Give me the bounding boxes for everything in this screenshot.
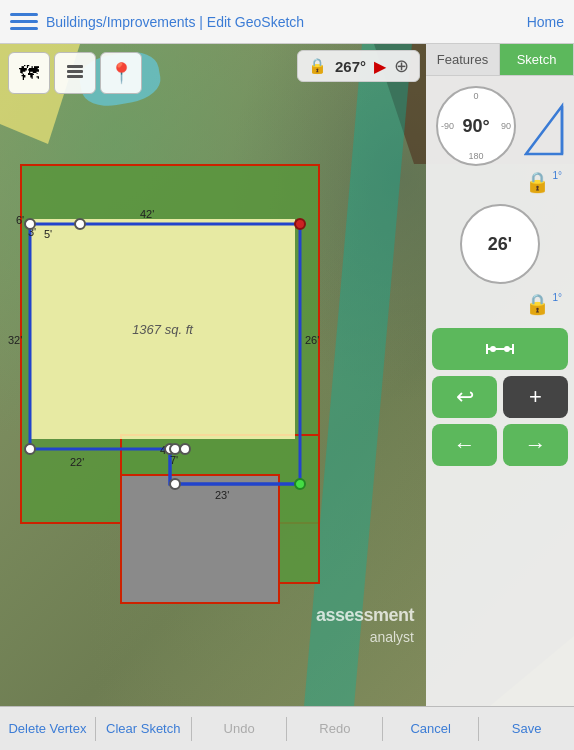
add-point-button[interactable]: + xyxy=(503,376,568,418)
vertex-bottom-right-green[interactable] xyxy=(294,478,306,490)
meas-corner-4: 7' xyxy=(170,454,178,466)
crosshair-icon: ⊕ xyxy=(394,55,409,77)
action-buttons: ↩ + ← → xyxy=(426,322,574,472)
arrow-right-button[interactable]: → xyxy=(503,424,568,466)
expand-button[interactable] xyxy=(432,328,568,370)
lock-icon: 🔒 xyxy=(308,57,327,75)
distance-lock-unit: 1° xyxy=(552,292,562,316)
angle-compass-section: 0 180 -90 90 90° xyxy=(426,76,574,170)
tick-top: 0 xyxy=(473,91,478,101)
menu-icon[interactable] xyxy=(10,8,38,36)
angle-compass[interactable]: 0 180 -90 90 90° xyxy=(436,86,516,166)
rotate-plus-row: ↩ + xyxy=(432,376,568,418)
expand-row xyxy=(432,328,568,370)
watermark: assessment analyst xyxy=(316,604,414,646)
vertex-top-mid[interactable] xyxy=(74,218,86,230)
meas-corner-2: 5' xyxy=(44,228,52,240)
save-button[interactable]: Save xyxy=(479,717,574,740)
vertex-top-left[interactable] xyxy=(24,218,36,230)
map-icon-bar: 🗺 📍 xyxy=(0,44,150,102)
watermark-line1: assessment xyxy=(316,604,414,627)
angle-lock-icon[interactable]: 🔒 xyxy=(525,170,550,194)
distance-value: 26' xyxy=(488,234,512,255)
tab-sketch[interactable]: Sketch xyxy=(500,44,574,75)
undo-button[interactable]: Undo xyxy=(192,717,287,740)
meas-right: 26' xyxy=(305,334,319,346)
meas-bottom-left: 22' xyxy=(70,456,84,468)
meas-top: 42' xyxy=(140,208,154,220)
panel-tabs: Features Sketch xyxy=(426,44,574,76)
tab-features[interactable]: Features xyxy=(426,44,500,75)
meas-left: 32' xyxy=(8,334,22,346)
distance-lock-row: 🔒 1° xyxy=(426,292,574,322)
meas-top-left-short: 6' xyxy=(16,214,24,226)
nav-title: Buildings/Improvements | Edit GeoSketch xyxy=(46,14,527,30)
tick-bottom: 180 xyxy=(468,151,483,161)
top-navigation: Buildings/Improvements | Edit GeoSketch … xyxy=(0,0,574,44)
svg-rect-1 xyxy=(67,70,83,73)
heading-lock-bar: 🔒 267° ▶ ⊕ xyxy=(297,50,420,82)
svg-point-8 xyxy=(504,346,510,352)
tick-left: -90 xyxy=(441,121,454,131)
redo-button[interactable]: Redo xyxy=(287,717,382,740)
layers-button[interactable] xyxy=(54,52,96,94)
clear-sketch-button[interactable]: Clear Sketch xyxy=(96,717,191,740)
arrow-row: ← → xyxy=(432,424,568,466)
watermark-line2: analyst xyxy=(316,628,414,646)
cancel-button[interactable]: Cancel xyxy=(383,717,478,740)
vertex-bottom-mid2[interactable] xyxy=(169,443,181,455)
sketch-area[interactable]: 1367 sq. ft 42' 32' 26' 22' 23' 6' 3' 5'… xyxy=(20,164,420,584)
delete-vertex-button[interactable]: Delete Vertex xyxy=(0,717,95,740)
distance-lock-icon[interactable]: 🔒 xyxy=(525,292,550,316)
arrow-left-button[interactable]: ← xyxy=(432,424,497,466)
svg-rect-3 xyxy=(67,65,83,68)
angle-value: 90° xyxy=(462,116,489,137)
distance-dial[interactable]: 26' xyxy=(460,204,540,284)
tick-right: 90 xyxy=(501,121,511,131)
angle-lock-unit: 1° xyxy=(552,170,562,194)
home-button[interactable]: Home xyxy=(527,14,564,30)
svg-point-7 xyxy=(490,346,496,352)
svg-marker-4 xyxy=(526,106,562,154)
pin-button[interactable]: 📍 xyxy=(100,52,142,94)
direction-arrow-icon: ▶ xyxy=(374,57,386,76)
right-panel: Features Sketch 0 180 -90 90 90° 🔒 1° 26… xyxy=(426,44,574,706)
distance-section: 26' xyxy=(426,200,574,292)
vertex-top-right[interactable] xyxy=(294,218,306,230)
angle-indicator xyxy=(524,96,564,156)
rotate-left-button[interactable]: ↩ xyxy=(432,376,497,418)
bottom-toolbar: Delete Vertex Clear Sketch Undo Redo Can… xyxy=(0,706,574,750)
angle-lock-row: 🔒 1° xyxy=(426,170,574,200)
vertex-bottom-left[interactable] xyxy=(24,443,36,455)
vertex-bottom-mid-right[interactable] xyxy=(169,478,181,490)
heading-display: 267° xyxy=(335,58,366,75)
meas-bottom-right: 23' xyxy=(215,489,229,501)
svg-rect-2 xyxy=(67,75,83,78)
map-globe-button[interactable]: 🗺 xyxy=(8,52,50,94)
